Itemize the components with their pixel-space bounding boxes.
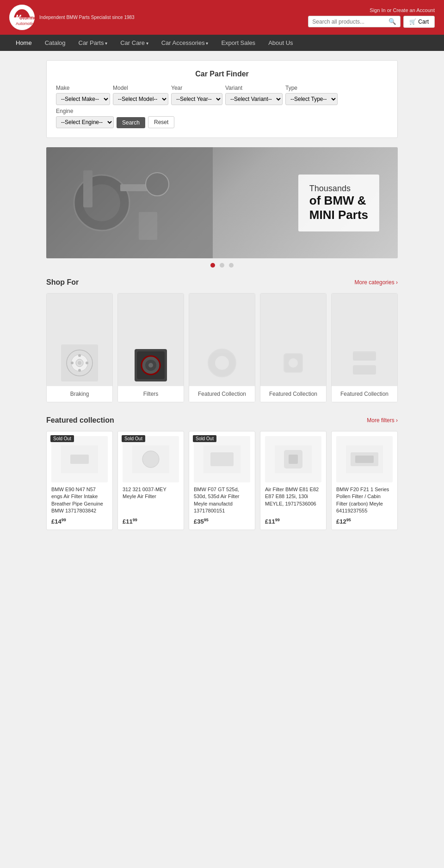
product-name-0: BMW E90 N47 N57 engs Air Filter Intake B…: [51, 486, 108, 515]
svg-point-16: [78, 369, 81, 372]
category-img-featured-3: [332, 293, 397, 386]
filter-thumb: [135, 349, 167, 381]
nav: Home Catalog Car Parts Car Care Car Acce…: [0, 35, 444, 51]
category-img-featured-1: [189, 293, 255, 386]
product-icon-0: [61, 445, 98, 473]
nav-item-export-sales[interactable]: Export Sales: [215, 35, 262, 51]
finder-variant-select[interactable]: --Select Variant--: [225, 93, 283, 105]
finder-variant-field: Variant --Select Variant--: [225, 85, 283, 105]
nav-item-home[interactable]: Home: [9, 35, 38, 51]
sold-out-badge-1: Sold Out: [122, 435, 145, 442]
nav-item-about-us[interactable]: About Us: [262, 35, 299, 51]
category-card-featured-2[interactable]: Featured Collection: [260, 293, 327, 402]
svg-point-14: [78, 361, 81, 365]
category-label-braking: Braking: [47, 386, 112, 402]
category-img-filters: [118, 293, 184, 386]
finder-engine-label: Engine: [56, 108, 114, 114]
finder-search-button[interactable]: Search: [117, 117, 145, 128]
finder-engine-field: Engine --Select Engine--: [56, 108, 114, 128]
more-filters-link[interactable]: More filters: [367, 417, 398, 424]
logo-icon: M otormec Automotive Parts: [9, 5, 35, 30]
category-img-featured-2: [260, 293, 326, 386]
finder-title: Car Part Finder: [56, 70, 388, 78]
car-part-finder: Car Part Finder Make --Select Make-- Mod…: [46, 60, 398, 138]
product-name-3: Air Filter BMW E81 E82 E87 E88 125i, 130…: [265, 486, 321, 515]
nav-item-car-parts[interactable]: Car Parts: [72, 35, 114, 51]
svg-point-18: [86, 362, 88, 364]
featured-title: Featured collection: [46, 416, 114, 425]
search-icon-button[interactable]: 🔍: [388, 18, 396, 25]
svg-point-15: [78, 354, 81, 357]
finder-year-select[interactable]: --Select Year--: [171, 93, 222, 105]
product-card-2[interactable]: Sold Out BMW F07 GT 525d, 530d, 535d Air…: [189, 431, 255, 530]
svg-rect-27: [353, 351, 376, 361]
finder-reset-button[interactable]: Reset: [148, 116, 174, 128]
svg-rect-8: [120, 184, 148, 191]
finder-year-label: Year: [171, 85, 222, 91]
banner-dot-3[interactable]: [229, 263, 234, 268]
product-img-1: [123, 436, 179, 482]
finder-row: Make --Select Make-- Model --Select Mode…: [56, 85, 388, 128]
svg-text:otormec: otormec: [19, 15, 35, 20]
logo-text: Independent BMW Parts Specialist since 1…: [39, 15, 135, 20]
nav-item-car-care[interactable]: Car Care: [114, 35, 155, 51]
product-name-4: BMW F20 F21 1 Series Pollen Filter / Cab…: [336, 486, 393, 515]
product-price-4: £1295: [336, 518, 393, 525]
banner-bg-graphic: [46, 147, 213, 258]
logo-tagline: Independent BMW Parts Specialist since 1…: [39, 15, 135, 20]
product-card-0[interactable]: Sold Out BMW E90 N47 N57 engs Air Filter…: [46, 431, 113, 530]
cart-button[interactable]: 🛒 Cart: [403, 16, 435, 28]
svg-point-17: [71, 362, 74, 364]
shop-for-section: Shop For More categories: [46, 278, 398, 402]
logo-area: M otormec Automotive Parts Independent B…: [9, 5, 135, 30]
category-card-filters[interactable]: Filters: [117, 293, 184, 402]
finder-make-label: Make: [56, 85, 110, 91]
banner-dot-1[interactable]: [210, 263, 215, 268]
nav-item-car-accessories[interactable]: Car Accessories: [155, 35, 215, 51]
product-card-1[interactable]: Sold Out 312 321 0037-MEY Meyle Air Filt…: [117, 431, 184, 530]
product-icon-3: [275, 445, 312, 473]
banner-line3: MINI Parts: [309, 208, 368, 222]
banner-dot-2[interactable]: [220, 263, 224, 268]
more-categories-link[interactable]: More categories: [355, 279, 398, 286]
sign-in-link[interactable]: Sign In: [370, 7, 385, 13]
svg-point-26: [289, 358, 298, 368]
gear-icon-3: [346, 344, 383, 381]
finder-engine-select[interactable]: --Select Engine--: [56, 116, 114, 128]
search-input[interactable]: [312, 19, 388, 25]
svg-point-24: [215, 356, 229, 370]
product-price-0: £1499: [51, 518, 108, 525]
create-account-link[interactable]: Create an Account: [393, 7, 435, 13]
filter-icon: [137, 351, 165, 379]
finder-model-field: Model --Select Model--: [113, 85, 168, 105]
products-grid: Sold Out BMW E90 N47 N57 engs Air Filter…: [46, 431, 398, 530]
gear-icon-2: [275, 344, 312, 381]
brake-disc-thumb: [61, 344, 98, 381]
category-label-featured-2: Featured Collection: [260, 386, 326, 402]
category-card-featured-3[interactable]: Featured Collection: [331, 293, 398, 402]
category-img-braking: [47, 293, 112, 386]
banner-image: Thousands of BMW & MINI Parts: [46, 147, 398, 258]
search-box: 🔍: [308, 16, 401, 27]
banner-line1: Thousands: [309, 184, 368, 194]
product-img-3: [265, 436, 321, 482]
product-card-4[interactable]: BMW F20 F21 1 Series Pollen Filter / Cab…: [331, 431, 398, 530]
header-search: 🔍 🛒 Cart: [308, 16, 435, 28]
product-img-0: [51, 436, 108, 482]
category-card-featured-1[interactable]: Featured Collection: [189, 293, 255, 402]
finder-type-select[interactable]: --Select Type--: [285, 93, 338, 105]
finder-make-select[interactable]: --Select Make--: [56, 93, 110, 105]
product-price-3: £1199: [265, 518, 321, 525]
finder-make-field: Make --Select Make--: [56, 85, 110, 105]
product-price-2: £3595: [194, 518, 250, 525]
banner-line2: of BMW &: [309, 194, 368, 208]
sold-out-badge-0: Sold Out: [50, 435, 74, 442]
header-right: Sign In or Create an Account 🔍 🛒 Cart: [308, 7, 435, 28]
category-card-braking[interactable]: Braking: [46, 293, 113, 402]
product-card-3[interactable]: Air Filter BMW E81 E82 E87 E88 125i, 130…: [260, 431, 327, 530]
nav-item-catalog[interactable]: Catalog: [38, 35, 72, 51]
cart-label: Cart: [418, 19, 429, 25]
finder-model-select[interactable]: --Select Model--: [113, 93, 168, 105]
banner-dots: [46, 262, 398, 269]
product-img-4: [336, 436, 393, 482]
